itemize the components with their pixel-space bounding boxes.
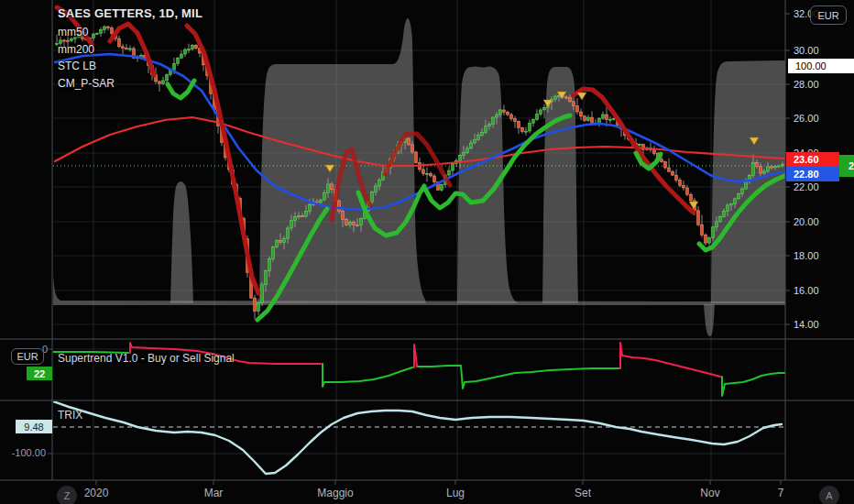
- currency-button-supertrend[interactable]: EUR: [11, 348, 44, 365]
- last-price-label: 23.60: [786, 152, 839, 167]
- legend-item-stc-lb: STC LB: [58, 58, 203, 75]
- price-tick-label: 30.00: [794, 45, 819, 56]
- trix-value-label: 9.48: [16, 420, 52, 433]
- price-tick-label: 22.00: [794, 181, 819, 192]
- time-axis-label: Set: [575, 487, 591, 499]
- price-tick-label: 20.00: [794, 216, 819, 227]
- time-axis-label: Mar: [204, 487, 224, 499]
- time-axis-label: Nov: [700, 487, 719, 499]
- stc-scale-label: 100.00: [788, 59, 854, 73]
- supertrend-pane-title: Supertrend V1.0 - Buy or Sell Signal: [58, 352, 235, 365]
- time-axis-label: Lug: [446, 487, 465, 499]
- supertrend-value-label: 22: [27, 367, 52, 380]
- ma-price-label: 22.80: [786, 167, 839, 181]
- legend-item-mm200: mm200: [58, 41, 203, 59]
- zoom-out-button[interactable]: Z: [57, 486, 77, 504]
- time-axis-label: 2020: [84, 487, 109, 499]
- trix-pane-title: TRIX: [58, 409, 82, 422]
- auto-scale-button[interactable]: A: [819, 486, 839, 504]
- price-tick-label: 28.00: [794, 79, 819, 90]
- price-tick-label: 26.00: [794, 113, 819, 124]
- symbol-title: SAES GETTERS, 1D, MIL: [58, 6, 203, 20]
- chart-legend: SAES GETTERS, 1D, MIL mm50 mm200 STC LB …: [58, 6, 203, 92]
- currency-button-main[interactable]: EUR: [810, 5, 847, 25]
- legend-item-mm50: mm50: [58, 24, 203, 41]
- price-tick-label: 16.00: [794, 285, 819, 296]
- trading-chart-app: SAES GETTERS, 1D, MIL mm50 mm200 STC LB …: [0, 0, 854, 504]
- time-axis-label: 7: [778, 487, 784, 499]
- price-tick-label: 18.00: [794, 250, 819, 261]
- trix-low-tick: -100.00: [0, 447, 46, 458]
- time-axis-label: Maggio: [317, 487, 353, 499]
- legend-item-cm-p-sar: CM_P-SAR: [58, 75, 203, 93]
- price-tick-label: 14.00: [794, 319, 819, 330]
